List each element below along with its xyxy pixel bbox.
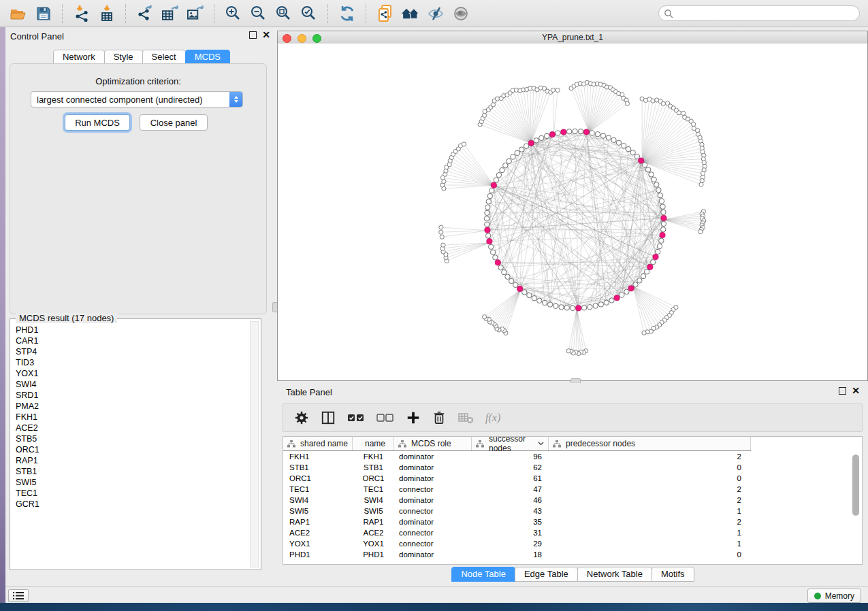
ring-node[interactable]: [522, 290, 527, 295]
table-cell[interactable]: STB1: [353, 463, 394, 472]
table-scrollbar-thumb[interactable]: [852, 455, 859, 516]
table-cell[interactable]: 35: [472, 518, 549, 526]
show-columns-icon[interactable]: [321, 410, 336, 425]
mcds-result-item[interactable]: RAP1: [11, 455, 250, 466]
satellite-node[interactable]: [698, 229, 703, 233]
add-column-icon[interactable]: [406, 410, 421, 425]
table-cell[interactable]: FKH1: [283, 452, 353, 461]
ring-node[interactable]: [660, 204, 665, 209]
ring-node[interactable]: [511, 154, 515, 159]
ring-node[interactable]: [609, 298, 614, 303]
ring-node[interactable]: [600, 133, 605, 138]
ring-node[interactable]: [532, 296, 536, 301]
network-window-titlebar[interactable]: YPA_prune.txt_1: [278, 31, 867, 44]
ring-node[interactable]: [513, 282, 518, 287]
table-row[interactable]: SWI4SWI4dominator462: [283, 495, 851, 506]
save-icon[interactable]: [34, 4, 52, 23]
float-window-icon[interactable]: [249, 31, 257, 39]
ring-node[interactable]: [641, 274, 645, 278]
close-panel-icon[interactable]: ✕: [852, 387, 860, 395]
ring-node[interactable]: [645, 269, 649, 274]
tab-network-table[interactable]: Network Table: [577, 567, 652, 582]
ring-node[interactable]: [534, 138, 539, 143]
table-cell[interactable]: FKH1: [353, 452, 394, 461]
zoom-out-icon[interactable]: [249, 4, 268, 23]
table-cell[interactable]: 0: [549, 463, 751, 472]
table-row[interactable]: YOX1YOX1connector291: [283, 538, 851, 549]
table-cell[interactable]: ACE2: [353, 529, 394, 537]
ring-node[interactable]: [484, 216, 489, 221]
satellite-node[interactable]: [642, 331, 646, 335]
table-cell[interactable]: 31: [472, 529, 549, 537]
run-mcds-button[interactable]: Run MCDS: [65, 114, 130, 131]
mcds-result-item[interactable]: SWI4: [11, 379, 250, 390]
ring-node[interactable]: [645, 167, 650, 172]
ring-node[interactable]: [657, 244, 662, 248]
export-table-icon[interactable]: [161, 4, 179, 23]
column-header-shared-name[interactable]: shared name: [283, 437, 353, 450]
show-log-console-button[interactable]: [8, 589, 29, 602]
table-cell[interactable]: TEC1: [283, 485, 353, 493]
ring-node[interactable]: [606, 135, 611, 140]
satellite-node[interactable]: [439, 225, 443, 229]
satellite-node[interactable]: [661, 101, 665, 105]
table-cell[interactable]: SWI5: [283, 507, 353, 515]
table-cell[interactable]: dominator: [394, 550, 472, 559]
table-cell[interactable]: dominator: [394, 452, 472, 461]
ring-node[interactable]: [539, 135, 544, 140]
refresh-view-icon[interactable]: [338, 4, 356, 23]
satellite-node[interactable]: [692, 122, 696, 126]
ring-node[interactable]: [500, 167, 504, 172]
dominator-node[interactable]: [487, 239, 492, 244]
ring-node[interactable]: [547, 302, 552, 307]
ring-node[interactable]: [651, 260, 656, 265]
mcds-result-item[interactable]: STB5: [11, 433, 250, 444]
ring-node[interactable]: [564, 306, 569, 310]
mcds-result-item[interactable]: SRD1: [11, 390, 250, 401]
ring-node[interactable]: [661, 210, 666, 214]
birds-eye-view-icon[interactable]: [451, 4, 470, 23]
mcds-result-item[interactable]: GCR1: [11, 499, 250, 510]
table-cell[interactable]: 2: [549, 485, 751, 493]
satellite-node[interactable]: [566, 349, 570, 353]
mcds-result-item[interactable]: PHD1: [11, 325, 250, 335]
satellite-node[interactable]: [440, 235, 444, 239]
ring-node[interactable]: [573, 129, 577, 133]
zoom-fit-icon[interactable]: [274, 4, 293, 23]
table-cell[interactable]: TEC1: [353, 485, 394, 493]
table-cell[interactable]: 1: [549, 507, 751, 515]
table-cell[interactable]: 0: [549, 550, 751, 559]
dominator-node[interactable]: [647, 264, 653, 269]
table-cell[interactable]: ACE2: [283, 529, 353, 537]
dominator-node[interactable]: [549, 131, 555, 137]
table-cell[interactable]: 46: [472, 496, 549, 504]
ring-node[interactable]: [581, 306, 586, 310]
tab-style[interactable]: Style: [104, 50, 143, 65]
deselect-all-checkboxes-icon[interactable]: [376, 412, 394, 424]
ring-node[interactable]: [626, 146, 630, 151]
table-cell[interactable]: 43: [472, 507, 549, 515]
float-window-icon[interactable]: [839, 387, 846, 395]
dominator-node[interactable]: [639, 158, 644, 163]
table-cell[interactable]: 1: [549, 540, 751, 548]
ring-node[interactable]: [559, 305, 564, 310]
select-all-checkboxes-icon[interactable]: [347, 412, 365, 424]
table-row[interactable]: ACE2ACE2connector311: [283, 527, 851, 538]
column-header-predecessor-nodes[interactable]: predecessor nodes: [549, 437, 751, 450]
table-cell[interactable]: YOX1: [283, 540, 353, 548]
tab-select[interactable]: Select: [142, 50, 186, 65]
table-cell[interactable]: PHD1: [283, 550, 353, 559]
table-cell[interactable]: 96: [472, 452, 549, 461]
ring-node[interactable]: [507, 159, 511, 163]
column-header-successor-nodes[interactable]: successor nodes: [472, 437, 549, 450]
ring-node[interactable]: [545, 133, 549, 138]
ring-node[interactable]: [485, 233, 490, 238]
ring-node[interactable]: [661, 227, 666, 232]
dominator-node[interactable]: [528, 140, 534, 146]
mcds-result-item[interactable]: YOX1: [11, 368, 250, 379]
column-header-name[interactable]: name: [353, 437, 394, 450]
dominator-node[interactable]: [517, 286, 523, 291]
table-cell[interactable]: ORC1: [283, 474, 353, 482]
satellite-node[interactable]: [491, 103, 495, 107]
table-cell[interactable]: connector: [394, 507, 472, 515]
